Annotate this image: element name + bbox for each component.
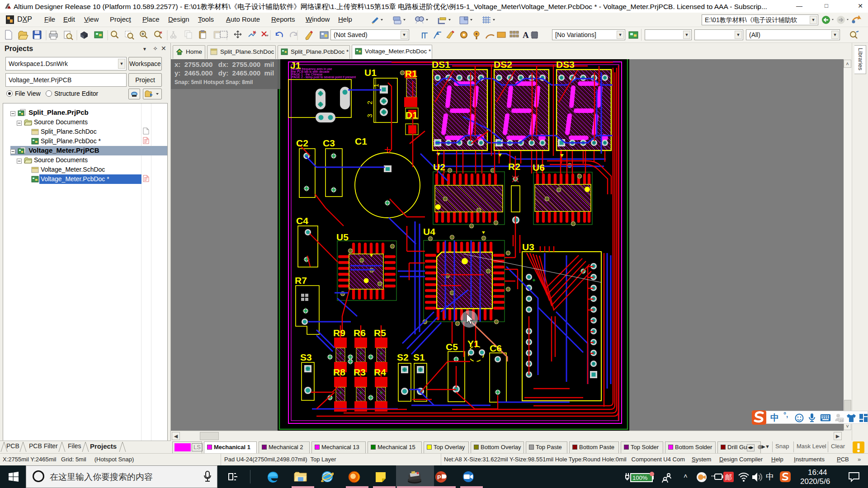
svg-text:C1: C1	[355, 136, 367, 146]
svg-text:U2: U2	[433, 162, 445, 172]
svg-text:16: 16	[840, 418, 844, 422]
svg-text:U6: U6	[533, 162, 545, 173]
svg-text:U3: U3	[522, 242, 534, 252]
svg-text:C5: C5	[446, 342, 458, 352]
svg-text:R2: R2	[508, 161, 520, 172]
svg-text:DS2: DS2	[494, 59, 512, 70]
svg-text:PAGE 2 - temp post to several: PAGE 2 - temp post to several point if p…	[292, 75, 356, 79]
svg-text:R4: R4	[374, 367, 386, 377]
svg-text:C2: C2	[296, 138, 308, 148]
svg-text:R3: R3	[354, 367, 366, 377]
svg-text:100%: 100%	[632, 474, 648, 481]
svg-text:U4: U4	[423, 226, 435, 237]
svg-text:S1: S1	[413, 352, 425, 362]
svg-text:1: 1	[373, 84, 380, 87]
svg-text:R9: R9	[333, 328, 345, 338]
svg-text:R6: R6	[354, 328, 366, 338]
svg-text:P: P	[437, 474, 441, 481]
svg-text:J1: J1	[290, 60, 301, 70]
svg-text:D1: D1	[406, 110, 418, 120]
svg-text:R5: R5	[374, 328, 386, 338]
svg-text:R1: R1	[405, 68, 417, 79]
svg-text:R8: R8	[333, 367, 345, 377]
svg-text:DS1: DS1	[432, 59, 450, 70]
svg-text:U1: U1	[364, 67, 377, 78]
svg-text:S2: S2	[397, 352, 409, 362]
svg-text:DS3: DS3	[556, 59, 575, 70]
svg-text:U5: U5	[336, 232, 349, 242]
svg-text:Y1: Y1	[467, 338, 479, 349]
svg-text:2: 2	[366, 101, 373, 104]
svg-text:3: 3	[366, 114, 373, 117]
svg-text:S3: S3	[300, 352, 312, 362]
svg-text:C3: C3	[323, 138, 335, 148]
svg-text:A: A	[523, 30, 529, 40]
svg-text:C4: C4	[296, 216, 308, 226]
svg-text:C6: C6	[490, 343, 502, 353]
svg-text:R7: R7	[295, 275, 307, 286]
